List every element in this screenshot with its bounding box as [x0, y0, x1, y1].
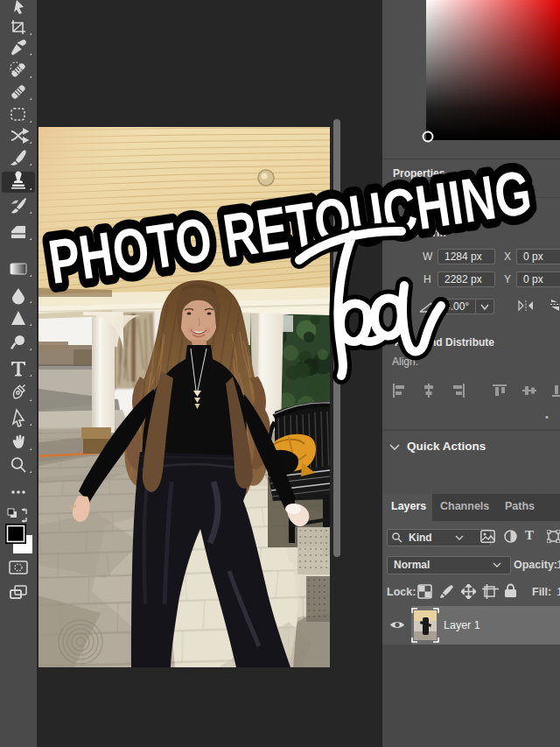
svg-text:Move: Move — [10, 0, 21, 1]
